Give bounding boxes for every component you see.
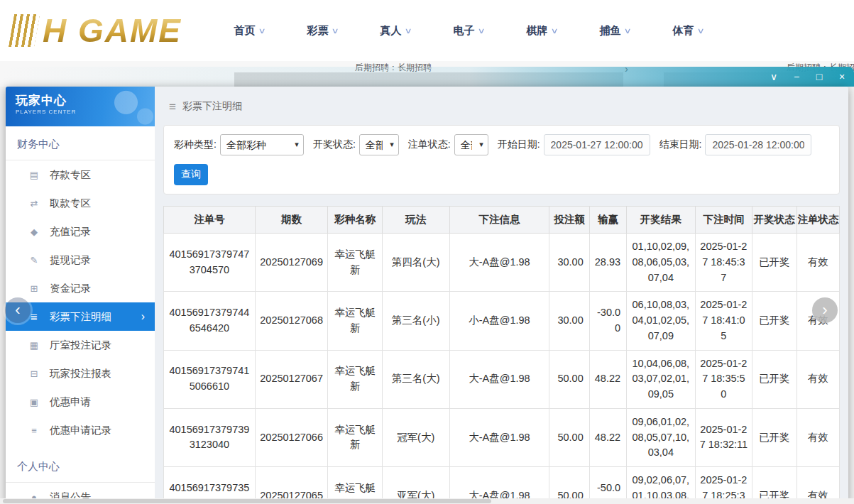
window-title-bar: ∨ − □ ×	[0, 67, 854, 87]
promo-apply-icon: ▣	[28, 397, 40, 407]
cell-win-loss: 48.22	[589, 350, 626, 408]
cell-draw-status: 已开奖	[752, 292, 796, 350]
search-button[interactable]: 查询	[174, 164, 208, 185]
cell-bet-info: 大-A盘@1.98	[449, 350, 549, 408]
sidebar-item-withdraw-record[interactable]: ✎ 提现记录	[6, 246, 155, 274]
cell-lottery-name: 幸运飞艇新	[328, 234, 382, 292]
lottery-type-select[interactable]: 全部彩种	[220, 134, 304, 155]
sidebar-item-label: 彩票下注明细	[50, 310, 111, 324]
cell-bet-info: 大-A盘@1.98	[449, 234, 549, 292]
cell-draw-result: 06,10,08,03,04,01,02,05,07,09	[627, 292, 696, 350]
cell-period: 20250127067	[255, 350, 328, 408]
cell-order-status: 有效	[796, 408, 839, 466]
sidebar-item-deposit[interactable]: ▤ 存款专区	[6, 160, 155, 189]
sidebar-item-recharge-record[interactable]: ◆ 充值记录	[6, 217, 155, 246]
nav-item-live[interactable]: 真人 ∨	[359, 24, 432, 38]
nav-label: 体育	[672, 24, 694, 38]
cell-period: 20250127069	[255, 234, 328, 292]
start-date-input[interactable]	[544, 134, 650, 155]
cell-bet-amount: 30.00	[549, 292, 589, 350]
col-order-id: 注单号	[164, 207, 256, 234]
end-date-input[interactable]	[705, 134, 811, 155]
draw-status-select[interactable]: 全部	[359, 134, 399, 155]
table-row: 401569173797473704570 20250127069 幸运飞艇新 …	[164, 234, 840, 292]
sidebar-item-promo-apply[interactable]: ▣ 优惠申请	[6, 388, 155, 416]
cell-bet-amount: 30.00	[549, 234, 589, 292]
hall-bet-record-icon: ▦	[28, 340, 40, 351]
cell-bet-info: 小-A盘@1.98	[449, 292, 549, 350]
close-button[interactable]: ×	[836, 72, 848, 82]
order-status-select[interactable]: 全部	[454, 134, 488, 155]
nav-item-lottery[interactable]: 彩票 ∨	[286, 24, 359, 38]
breadcrumb: ≡ 彩票下注明细	[163, 87, 840, 119]
col-draw-status: 开奖状态	[752, 207, 796, 234]
chevron-down-icon: ∨	[697, 26, 705, 35]
cell-order-id: 401569173797473704570	[164, 234, 256, 292]
site-header: H GAME 首页 ∨ 彩票 ∨ 真人 ∨ 电子 ∨ 棋牌 ∨ 捕鱼 ∨ 体育 …	[0, 0, 854, 61]
sidebar-item-funds-record[interactable]: ⊞ 资金记录	[6, 274, 155, 302]
cell-bet-info: 大-A盘@1.98	[449, 408, 549, 466]
nav-item-board-games[interactable]: 棋牌 ∨	[505, 24, 579, 38]
sidebar-item-label: 存款专区	[50, 168, 91, 182]
promo-apply-record-icon: ≡	[28, 425, 40, 436]
cell-win-loss: 48.22	[589, 408, 626, 466]
cell-bet-time: 2025-01-27 18:35:50	[695, 350, 752, 408]
nav-item-fishing[interactable]: 捕鱼 ∨	[579, 24, 652, 38]
col-period: 期数	[255, 207, 328, 234]
cell-win-loss: 28.93	[589, 234, 626, 292]
col-order-status: 注单状态	[796, 207, 839, 234]
filter-card: 彩种类型: 全部彩种 ▾ 开奖状态: 全部 ▾ 注单状态:	[163, 125, 840, 195]
carousel-next-button[interactable]: ›	[812, 297, 838, 323]
sidebar-item-withdraw[interactable]: ⇄ 取款专区	[6, 189, 155, 217]
recharge-record-icon: ◆	[28, 226, 40, 237]
horizontal-scrollbar-thumb[interactable]	[3, 499, 491, 503]
nav-label: 彩票	[307, 24, 328, 38]
sidebar-item-label: 优惠申请	[50, 395, 91, 409]
withdraw-record-icon: ✎	[28, 255, 40, 265]
logo[interactable]: H GAME	[11, 11, 182, 50]
table-row: 401569173797446546420 20250127068 幸运飞艇新 …	[164, 292, 840, 350]
chevron-down-icon: ∨	[332, 26, 339, 35]
carousel-prev-button[interactable]: ‹	[5, 297, 31, 323]
chevron-down-icon: ∨	[478, 26, 486, 35]
sidebar-item-hall-bet-record[interactable]: ▦ 厅室投注记录	[6, 331, 155, 359]
deposit-icon: ▤	[28, 170, 40, 180]
sidebar-item-label: 充值记录	[50, 225, 91, 239]
horizontal-scrollbar[interactable]	[0, 498, 854, 504]
cell-win-loss: -30.00	[589, 292, 626, 350]
collapse-button[interactable]: ∨	[767, 72, 780, 82]
sidebar-item-player-bet-report[interactable]: ⊟ 玩家投注报表	[6, 359, 155, 388]
nav-item-electronic[interactable]: 电子 ∨	[432, 24, 505, 38]
bets-table: 注单号 期数 彩种名称 玩法 下注信息 投注额 输赢 开奖结果 下注时间 开奖状…	[163, 206, 840, 504]
sidebar-item-label: 厅室投注记录	[50, 339, 111, 352]
cell-draw-status: 已开奖	[752, 350, 796, 408]
cell-play-type: 冠军(大)	[382, 408, 449, 466]
page-title: 彩票下注明细	[182, 100, 242, 113]
cell-bet-amount: 50.00	[549, 408, 589, 466]
main-nav: 首页 ∨ 彩票 ∨ 真人 ∨ 电子 ∨ 棋牌 ∨ 捕鱼 ∨ 体育 ∨	[213, 0, 725, 61]
col-draw-result: 开奖结果	[627, 207, 696, 234]
col-bet-amount: 投注额	[549, 207, 589, 234]
cell-order-id: 401569173797415066610	[164, 350, 256, 408]
cell-draw-result: 09,06,01,02,08,05,07,10,03,04	[627, 408, 696, 466]
nav-label: 捕鱼	[599, 24, 620, 38]
cell-bet-amount: 50.00	[549, 350, 589, 408]
col-lottery-name: 彩种名称	[328, 207, 382, 234]
maximize-button[interactable]: □	[813, 72, 826, 82]
filter-row: 彩种类型: 全部彩种 ▾ 开奖状态: 全部 ▾ 注单状态:	[174, 134, 829, 155]
nav-label: 真人	[380, 24, 401, 38]
withdraw-icon: ⇄	[28, 198, 40, 209]
lottery-type-select-wrap: 全部彩种 ▾	[220, 134, 304, 155]
cell-bet-time: 2025-01-27 18:41:05	[695, 292, 752, 350]
draw-status-select-wrap: 全部 ▾	[359, 134, 399, 155]
player-center-panel: 玩家中心 PLAYERS CENTER 财务中心 ▤ 存款专区 ⇄ 取款专区 ◆…	[6, 87, 848, 504]
cell-order-status: 有效	[796, 350, 839, 408]
nav-item-sports[interactable]: 体育 ∨	[652, 24, 725, 38]
sidebar-item-promo-apply-record[interactable]: ≡ 优惠申请记录	[6, 416, 155, 444]
minimize-button[interactable]: −	[790, 72, 803, 82]
chevron-down-icon: ∨	[405, 26, 412, 35]
col-win-loss: 输赢	[589, 207, 626, 234]
col-bet-info: 下注信息	[449, 207, 549, 234]
nav-item-home[interactable]: 首页 ∨	[213, 24, 286, 38]
cell-draw-status: 已开奖	[752, 234, 796, 292]
